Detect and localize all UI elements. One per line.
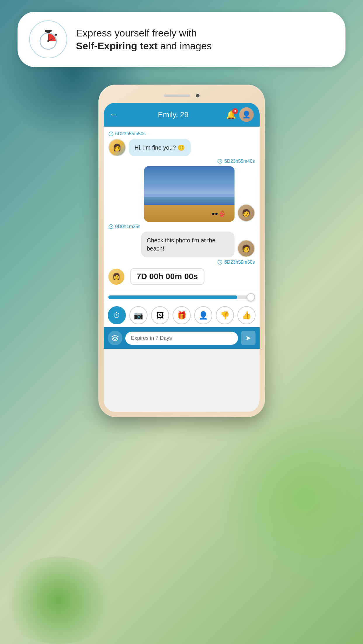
chat-title: Emily, 29 bbox=[121, 110, 226, 119]
message-row-1: 👩 Hi, i'm fine you? 🙂 bbox=[108, 139, 255, 156]
beach-sky bbox=[144, 166, 235, 197]
message-row-3: 🧑 Check this photo i'm at the beach! bbox=[108, 232, 255, 257]
tool-camera-button[interactable]: 📷 bbox=[129, 306, 147, 324]
clock-icon-2 bbox=[217, 159, 223, 164]
tool-gift-button[interactable]: 🎁 bbox=[173, 306, 191, 324]
man-avatar-1: 🧑 bbox=[237, 204, 255, 222]
timer-text-2: 6D23h55m40s bbox=[224, 159, 255, 164]
banner-images: images bbox=[180, 40, 212, 51]
tool-like-button[interactable]: 👍 bbox=[237, 306, 256, 324]
input-placeholder-text: Expires in 7 Days bbox=[131, 335, 172, 341]
beach-water bbox=[144, 197, 235, 205]
notification-badge: 3 bbox=[232, 108, 238, 114]
timer-stamp-1: 6D23h55m50s bbox=[108, 131, 255, 136]
beach-clouds bbox=[144, 185, 235, 194]
phone-screen: ← Emily, 29 🔔 3 👤 bbox=[104, 103, 260, 412]
timer-stamp-3: 0D0h1m25s bbox=[108, 224, 255, 229]
svg-point-7 bbox=[47, 40, 49, 42]
clock-icon-1 bbox=[108, 131, 114, 136]
message-text-1: Hi, i'm fine you? 🙂 bbox=[135, 144, 185, 151]
notification-button[interactable]: 🔔 3 bbox=[226, 110, 236, 120]
tool-dislike-button[interactable]: 👎 bbox=[216, 306, 234, 324]
message-row-2: 🧑 🕶️👙 bbox=[108, 166, 255, 222]
timer-text-3: 0D0h1m25s bbox=[115, 224, 140, 229]
send-button[interactable]: ➤ bbox=[241, 331, 256, 345]
phone-notch bbox=[104, 90, 260, 102]
message-bubble-3: Check this photo i'm at the beach! bbox=[141, 232, 235, 257]
banner-icon-wrap bbox=[29, 20, 67, 58]
countdown-display: 7D 00h 00m 00s bbox=[130, 268, 204, 285]
expiry-slider-track[interactable] bbox=[108, 295, 255, 299]
beach-items: 🕶️👙 bbox=[211, 210, 226, 217]
clock-icon-4 bbox=[217, 260, 223, 265]
chat-messages-area: 6D23h55m50s 👩 Hi, i'm fine you? 🙂 bbox=[104, 127, 260, 291]
feature-banner: Express yourself freely with Self-Expiri… bbox=[18, 12, 345, 67]
emily-avatar-1: 👩 bbox=[108, 139, 126, 156]
layers-button[interactable] bbox=[108, 331, 122, 345]
countdown-row: 👩 7D 00h 00m 00s bbox=[108, 267, 255, 286]
svg-rect-4 bbox=[55, 34, 57, 36]
message-bubble-1: Hi, i'm fine you? 🙂 bbox=[129, 139, 191, 156]
tool-image-button[interactable]: 🖼 bbox=[151, 306, 169, 324]
partial-emily-avatar: 👩 bbox=[108, 269, 124, 285]
phone-camera bbox=[196, 94, 199, 97]
message-input[interactable]: Expires in 7 Days bbox=[125, 332, 238, 345]
beach-scene: 🕶️👙 bbox=[144, 166, 235, 222]
timer-text-1: 6D23h55m50s bbox=[115, 131, 146, 136]
man-avatar-2: 🧑 bbox=[237, 240, 255, 257]
slider-thumb[interactable] bbox=[247, 293, 255, 301]
slider-area bbox=[104, 291, 260, 303]
header-avatar: 👤 bbox=[239, 107, 254, 122]
timer-stamp-4: 6D23h59m50s bbox=[108, 260, 255, 265]
timer-text-4: 6D23h59m50s bbox=[224, 260, 255, 265]
message-text-3: Check this photo i'm at the beach! bbox=[147, 237, 216, 252]
beach-sand: 🕶️👙 bbox=[144, 205, 235, 222]
chat-header: ← Emily, 29 🔔 3 👤 bbox=[104, 103, 260, 127]
phone-speaker bbox=[164, 94, 190, 97]
bottom-bar: Expires in 7 Days ➤ bbox=[104, 327, 260, 349]
clock-icon-3 bbox=[108, 224, 114, 229]
tool-timer-button[interactable]: ⏱ bbox=[108, 306, 126, 324]
toolbar: ⏱ 📷 🖼 🎁 👤 👎 👍 bbox=[104, 303, 260, 327]
stopwatch-icon bbox=[37, 28, 60, 51]
banner-bold-text: Self-Expiring text bbox=[76, 40, 158, 51]
image-bubble: 🕶️👙 bbox=[144, 166, 235, 222]
phone-outer: ← Emily, 29 🔔 3 👤 bbox=[98, 85, 265, 417]
slider-fill bbox=[108, 295, 237, 299]
send-icon: ➤ bbox=[245, 334, 251, 342]
banner-and: and bbox=[158, 40, 180, 51]
phone-mockup: ← Emily, 29 🔔 3 👤 bbox=[98, 85, 265, 417]
back-button[interactable]: ← bbox=[110, 110, 118, 119]
banner-text: Express yourself freely with Self-Expiri… bbox=[76, 27, 334, 52]
tool-profile-button[interactable]: 👤 bbox=[194, 306, 212, 324]
svg-rect-3 bbox=[45, 30, 52, 32]
timer-stamp-2: 6D23h55m40s bbox=[108, 159, 255, 164]
layers-icon bbox=[112, 335, 119, 342]
header-avatar-img: 👤 bbox=[239, 107, 254, 122]
banner-text-line1: Express yourself freely with bbox=[76, 27, 197, 38]
